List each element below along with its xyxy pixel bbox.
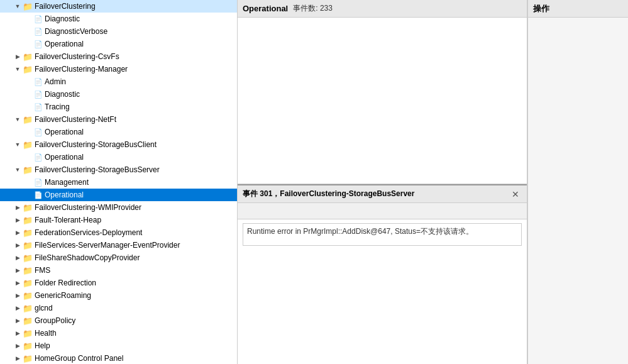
expand-btn-groupPolicy[interactable] [13, 316, 23, 326]
doc-icon: 📄 [34, 91, 43, 99]
tree-item-homeGroupControlPanel[interactable]: 📁HomeGroup Control Panel [0, 352, 237, 364]
folder-icon: 📁 [23, 291, 33, 301]
folder-icon: 📁 [23, 253, 33, 263]
expand-btn-health[interactable] [13, 328, 23, 338]
tree-item-label-diagnostic: Diagnostic [45, 14, 80, 23]
expand-btn-homeGroupControlPanel[interactable] [13, 353, 23, 363]
doc-icon: 📄 [34, 78, 43, 86]
detail-tabs [238, 203, 527, 219]
tree-item-operational3[interactable]: 📄Operational [0, 151, 237, 163]
tree-item-label-operational1: Operational [45, 40, 84, 48]
expand-btn-fileServicesServerManagerEventProvider[interactable] [13, 240, 23, 250]
tree-item-label-failoverClusteringStorageBusClient: FailoverClustering-StorageBusClient [35, 140, 157, 149]
doc-icon: 📄 [34, 153, 43, 162]
tree-item-label-failoverClustering: FailoverClustering [35, 2, 96, 11]
expand-btn-failoverClusteringCsvFs[interactable] [13, 52, 23, 62]
expand-btn-fms[interactable] [13, 265, 23, 275]
tree-item-failoverClusteringNetFt[interactable]: 📁FailoverClustering-NetFt [0, 113, 237, 126]
tree-item-label-help: Help [35, 341, 50, 350]
tree-item-fms[interactable]: 📁FMS [0, 264, 237, 277]
expand-btn-federationServicesDeployment[interactable] [13, 228, 23, 238]
tree-item-label-failoverClusteringWMIProvider: FailoverClustering-WMIProvider [35, 203, 141, 212]
expand-btn-failoverClusteringNetFt[interactable] [13, 114, 23, 124]
doc-icon: 📄 [34, 40, 43, 48]
events-header: Operational 事件数: 233 [238, 0, 527, 18]
expand-btn-failoverClusteringStorageBusClient[interactable] [13, 140, 23, 150]
tree-item-fileServicesServerManagerEventProvider[interactable]: 📁FileServices-ServerManager-EventProvide… [0, 239, 237, 251]
doc-icon: 📄 [34, 191, 43, 199]
tree-item-label-fms: FMS [35, 266, 50, 275]
tree-item-label-fileShareShadowCopyProvider: FileShareShadowCopyProvider [35, 253, 140, 262]
events-title: Operational [243, 4, 288, 13]
tree-item-diagnostic[interactable]: 📄Diagnostic [0, 13, 237, 25]
expand-btn-genericRoaming[interactable] [13, 290, 23, 301]
expand-btn-folderRedirection[interactable] [13, 278, 23, 288]
tree-item-failoverClusteringStorageBusServer[interactable]: 📁FailoverClustering-StorageBusServer [0, 163, 237, 176]
middle-panel: Operational 事件数: 233 事件 301，FailoverClus… [238, 0, 527, 364]
tree-item-help[interactable]: 📁Help [0, 339, 237, 352]
tree-item-groupPolicy[interactable]: 📁GroupPolicy [0, 314, 237, 327]
tree-item-failoverClusteringManager[interactable]: 📁FailoverClustering-Manager [0, 63, 237, 75]
tree-item-fileShareShadowCopyProvider[interactable]: 📁FileShareShadowCopyProvider [0, 251, 237, 264]
tree-item-label-tracing: Tracing [45, 102, 70, 111]
detail-header: 事件 301，FailoverClustering-StorageBusServ… [238, 185, 527, 203]
tree-item-federationServicesDeployment[interactable]: 📁FederationServices-Deployment [0, 226, 237, 239]
expand-btn-help[interactable] [13, 341, 23, 351]
tree-item-label-diagnosticVerbose: DiagnosticVerbose [45, 27, 107, 36]
detail-panel: 事件 301，FailoverClustering-StorageBusServ… [238, 184, 527, 364]
tree-item-genericRoaming[interactable]: 📁GenericRoaming [0, 289, 237, 302]
folder-icon: 📁 [23, 52, 33, 62]
tree-item-label-management: Management [45, 178, 89, 187]
tree-item-glcnd[interactable]: 📁glcnd [0, 302, 237, 314]
tree-item-label-diagnostic2: Diagnostic [45, 90, 80, 99]
expand-btn-failoverClusteringManager[interactable] [13, 64, 23, 74]
expand-btn-failoverClustering[interactable] [13, 1, 23, 11]
expand-btn-failoverClusteringWMIProvider[interactable] [13, 202, 23, 212]
folder-icon: 📁 [23, 354, 33, 363]
folder-icon: 📁 [23, 279, 33, 288]
events-table-container[interactable] [238, 18, 527, 184]
tree-item-label-genericRoaming: GenericRoaming [35, 291, 91, 300]
tree-item-operational4[interactable]: 📄Operational [0, 189, 237, 201]
tree-item-label-operational4: Operational [45, 190, 84, 199]
tree-item-diagnostic2[interactable]: 📄Diagnostic [0, 88, 237, 101]
tree-item-label-failoverClusteringStorageBusServer: FailoverClustering-StorageBusServer [35, 165, 160, 174]
folder-icon: 📁 [23, 2, 33, 11]
tree-item-failoverClusteringWMIProvider[interactable]: 📁FailoverClustering-WMIProvider [0, 201, 237, 214]
expand-btn-faultTolerantHeap[interactable] [13, 215, 23, 225]
tree-item-health[interactable]: 📁Health [0, 327, 237, 339]
tree-item-failoverClusteringStorageBusClient[interactable]: 📁FailoverClustering-StorageBusClient [0, 138, 237, 151]
tree-item-label-failoverClusteringCsvFs: FailoverClustering-CsvFs [35, 52, 119, 61]
doc-icon: 📄 [34, 15, 43, 23]
tree-item-folderRedirection[interactable]: 📁Folder Redirection [0, 277, 237, 289]
tree-item-label-failoverClusteringManager: FailoverClustering-Manager [35, 65, 128, 74]
tree-item-faultTolerantHeap[interactable]: 📁Fault-Tolerant-Heap [0, 214, 237, 226]
doc-icon: 📄 [34, 179, 43, 187]
left-tree-panel[interactable]: 📁FailoverClustering📄Diagnostic📄Diagnosti… [0, 0, 238, 364]
expand-btn-glcnd[interactable] [13, 303, 23, 313]
folder-icon: 📁 [23, 216, 33, 225]
folder-icon: 📁 [23, 115, 33, 124]
tree-item-label-glcnd: glcnd [35, 304, 53, 312]
tree-item-management[interactable]: 📄Management [0, 176, 237, 189]
tree-item-admin[interactable]: 📄Admin [0, 75, 237, 88]
tree-item-label-admin: Admin [45, 77, 66, 86]
doc-icon: 📄 [34, 103, 43, 111]
tree-item-tracing[interactable]: 📄Tracing [0, 101, 237, 113]
folder-icon: 📁 [23, 341, 33, 351]
expand-btn-failoverClusteringStorageBusServer[interactable] [13, 165, 23, 175]
expand-btn-fileShareShadowCopyProvider[interactable] [13, 253, 23, 263]
detail-close-button[interactable]: ✕ [509, 189, 522, 199]
folder-icon: 📁 [23, 316, 33, 326]
folder-icon: 📁 [23, 304, 33, 313]
folder-icon: 📁 [23, 228, 33, 238]
tree-item-failoverClustering[interactable]: 📁FailoverClustering [0, 0, 237, 13]
tree-item-label-fileServicesServerManagerEventProvider: FileServices-ServerManager-EventProvider [35, 241, 180, 250]
tree-item-label-federationServicesDeployment: FederationServices-Deployment [35, 228, 142, 237]
tree-item-failoverClusteringCsvFs[interactable]: 📁FailoverClustering-CsvFs [0, 50, 237, 63]
tree-item-diagnosticVerbose[interactable]: 📄DiagnosticVerbose [0, 25, 237, 38]
folder-icon: 📁 [23, 241, 33, 250]
right-panel: 操作 [527, 0, 628, 364]
tree-item-operational2[interactable]: 📄Operational [0, 126, 237, 138]
tree-item-operational1[interactable]: 📄Operational [0, 38, 237, 50]
